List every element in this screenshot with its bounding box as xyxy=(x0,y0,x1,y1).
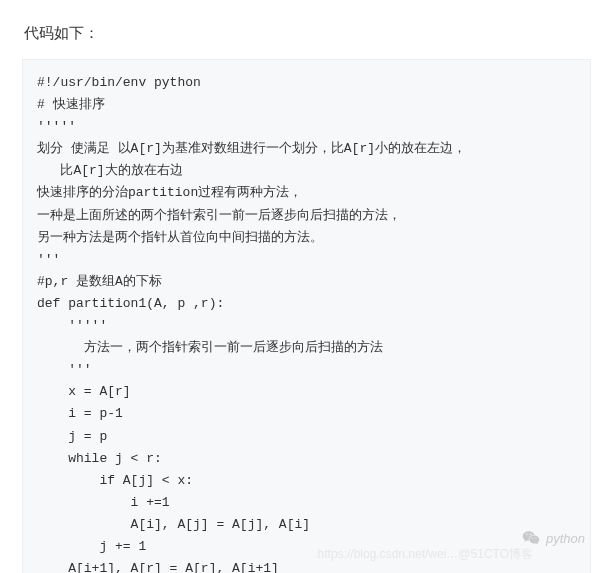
code-block: #!/usr/bin/env python # 快速排序 ''''' 划分 使满… xyxy=(22,59,591,573)
section-heading: 代码如下： xyxy=(24,24,591,43)
